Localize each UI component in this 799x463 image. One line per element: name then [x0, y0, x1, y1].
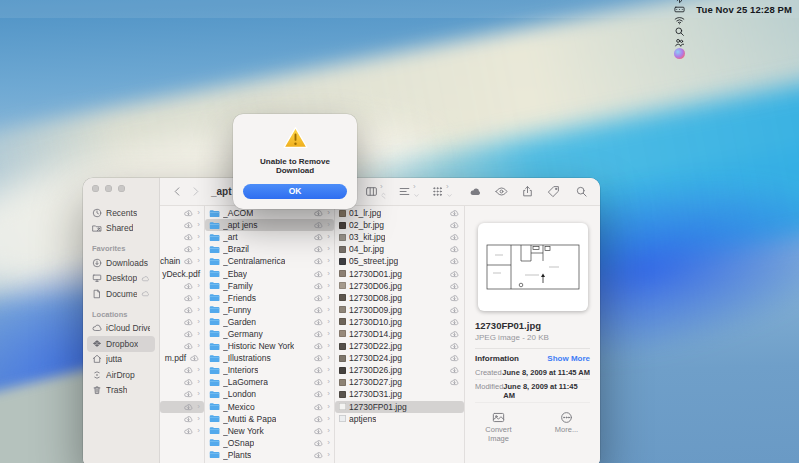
- file-row[interactable]: 12730D31.jpg: [335, 388, 464, 400]
- folder-row[interactable]: _Friends: [205, 292, 334, 304]
- file-row[interactable]: 12730D06.jpg: [335, 280, 464, 292]
- list-item[interactable]: chain: [160, 255, 204, 267]
- folder-row[interactable]: _LaGomera: [205, 376, 334, 388]
- sidebar-item[interactable]: Trash: [87, 383, 155, 399]
- minimize-button[interactable]: [105, 185, 112, 192]
- cloud-dl-icon: [449, 209, 460, 217]
- file-row[interactable]: 12730D14.jpg: [335, 328, 464, 340]
- file-row[interactable]: 12730D10.jpg: [335, 316, 464, 328]
- file-row[interactable]: aptjens: [335, 413, 464, 425]
- sidebar-item[interactable]: Documen…: [87, 286, 155, 302]
- list-item[interactable]: [160, 219, 204, 231]
- file-row[interactable]: 04_br.jpg: [335, 243, 464, 255]
- file-row[interactable]: 12730D26.jpg: [335, 364, 464, 376]
- list-item[interactable]: [160, 292, 204, 304]
- file-row[interactable]: 12730D27.jpg: [335, 376, 464, 388]
- folder-row[interactable]: _New York: [205, 425, 334, 437]
- file-row[interactable]: 12730FP01.jpg: [335, 401, 464, 413]
- folder-row[interactable]: _Germany: [205, 328, 334, 340]
- sidebar-item[interactable]: Downloads: [87, 255, 155, 271]
- file-row[interactable]: 05_street.jpg: [335, 255, 464, 267]
- folder-row[interactable]: _Plants: [205, 449, 334, 461]
- list-item[interactable]: m.pdf: [160, 352, 204, 364]
- sidebar-item[interactable]: jutta: [87, 352, 155, 368]
- list-item[interactable]: [160, 364, 204, 376]
- folder-row[interactable]: _art: [205, 231, 334, 243]
- list-item[interactable]: [160, 376, 204, 388]
- zoom-button[interactable]: [118, 185, 125, 192]
- list-item[interactable]: [160, 401, 204, 413]
- cloud-status-button[interactable]: [469, 185, 482, 198]
- folder-row[interactable]: _Family: [205, 280, 334, 292]
- chevron-right-icon: [197, 221, 200, 229]
- folder-row[interactable]: _London: [205, 388, 334, 400]
- keyboard-icon[interactable]: [674, 4, 685, 15]
- file-row[interactable]: 12730D22.jpg: [335, 340, 464, 352]
- list-item[interactable]: [160, 280, 204, 292]
- ok-button[interactable]: OK: [243, 184, 347, 199]
- list-item[interactable]: [160, 207, 204, 219]
- folder-row[interactable]: _Illustrations: [205, 352, 334, 364]
- sidebar-item[interactable]: AirDrop: [87, 367, 155, 383]
- list-item[interactable]: [160, 231, 204, 243]
- list-item[interactable]: [160, 328, 204, 340]
- folder-row[interactable]: _Ebay: [205, 267, 334, 279]
- siri-icon[interactable]: [674, 48, 685, 59]
- preview-image-card[interactable]: [478, 223, 588, 311]
- folder-row[interactable]: _Interiors: [205, 364, 334, 376]
- view-switcher[interactable]: [365, 183, 387, 200]
- search-button[interactable]: [575, 185, 588, 198]
- sidebar-item[interactable]: Desktop: [87, 271, 155, 287]
- folder-name: _Mexico: [223, 402, 255, 412]
- folder-row[interactable]: _Brazil: [205, 243, 334, 255]
- folder-row[interactable]: _OSnap: [205, 437, 334, 449]
- list-item[interactable]: [160, 316, 204, 328]
- file-row[interactable]: 12730D09.jpg: [335, 304, 464, 316]
- file-row[interactable]: 12730D08.jpg: [335, 292, 464, 304]
- group-by-button[interactable]: [398, 183, 420, 200]
- tags-button[interactable]: [547, 185, 560, 198]
- list-item[interactable]: [160, 413, 204, 425]
- share-button[interactable]: [521, 185, 534, 198]
- user-switch-icon[interactable]: [674, 37, 685, 48]
- downloads-icon: [92, 258, 102, 268]
- show-more-link[interactable]: Show More: [547, 354, 590, 363]
- sidebar-item[interactable]: Recents: [87, 205, 155, 221]
- folder-row[interactable]: _Historic New York: [205, 340, 334, 352]
- quick-action-button[interactable]: Convert Image: [477, 411, 521, 443]
- list-item[interactable]: [160, 243, 204, 255]
- chevron-right-icon: [327, 318, 330, 326]
- stepper-icon: [380, 183, 387, 200]
- menubar-clock[interactable]: Tue Nov 25 12:28 PM: [696, 4, 792, 15]
- file-row[interactable]: 12730D24.jpg: [335, 352, 464, 364]
- close-button[interactable]: [92, 185, 99, 192]
- list-item[interactable]: [160, 340, 204, 352]
- list-item[interactable]: [160, 425, 204, 437]
- list-item[interactable]: [160, 304, 204, 316]
- sidebar-item[interactable]: iCloud Drive: [87, 321, 155, 337]
- spotlight-icon[interactable]: [674, 26, 685, 37]
- folder-row[interactable]: _Mutti & Papa: [205, 413, 334, 425]
- quick-action-button[interactable]: More...: [545, 411, 589, 443]
- file-row[interactable]: 01_lr.jpg: [335, 207, 464, 219]
- list-item[interactable]: yDeck.pdf: [160, 267, 204, 279]
- sidebar-item[interactable]: Dropbox: [87, 336, 155, 352]
- quick-actions: Convert Image More...: [475, 411, 590, 443]
- folder-row[interactable]: _Garden: [205, 316, 334, 328]
- file-row[interactable]: 02_br.jpg: [335, 219, 464, 231]
- wifi-icon[interactable]: [674, 15, 685, 26]
- folder-row[interactable]: _Centralamerica: [205, 255, 334, 267]
- cloud-dl-icon: [449, 270, 460, 278]
- sidebar-item-label: Documen…: [106, 289, 137, 299]
- gallery-button[interactable]: [431, 183, 453, 200]
- folder-row[interactable]: _Funny: [205, 304, 334, 316]
- sidebar-item[interactable]: Shared: [87, 221, 155, 237]
- quick-look-button[interactable]: [495, 185, 508, 198]
- file-row[interactable]: 12730D01.jpg: [335, 267, 464, 279]
- list-item[interactable]: [160, 388, 204, 400]
- back-button[interactable]: [172, 186, 183, 197]
- folder-row[interactable]: _Mexico: [205, 401, 334, 413]
- forward-button[interactable]: [190, 186, 201, 197]
- file-row[interactable]: 03_kit.jpg: [335, 231, 464, 243]
- folder-row[interactable]: _apt jens: [205, 219, 334, 231]
